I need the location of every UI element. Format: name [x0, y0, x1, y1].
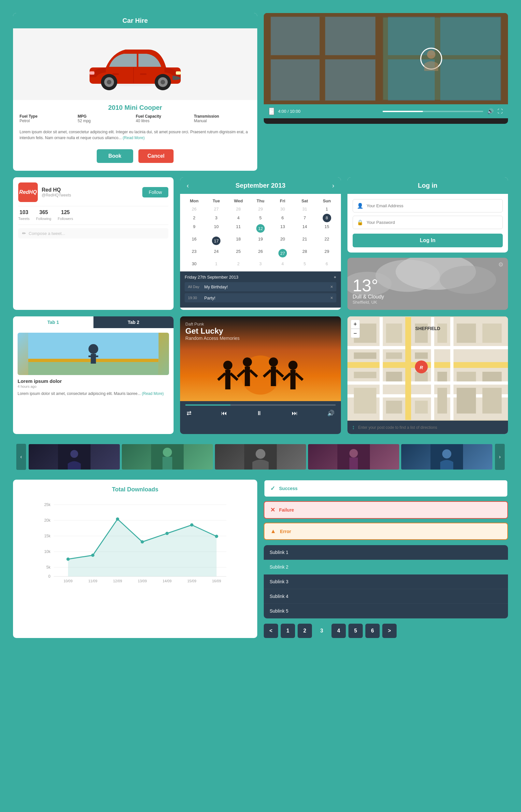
- cal-cell[interactable]: 9: [183, 222, 205, 235]
- pagination-next-button[interactable]: >: [382, 624, 397, 638]
- page-button-4[interactable]: 4: [332, 624, 346, 638]
- gallery-item-1[interactable]: [29, 444, 120, 469]
- gallery-item-4[interactable]: [308, 444, 399, 469]
- cal-cell[interactable]: 20: [272, 235, 293, 247]
- cal-cell[interactable]: 14: [294, 222, 316, 235]
- svg-text:0: 0: [48, 574, 50, 579]
- add-event-icon[interactable]: +: [334, 275, 336, 280]
- login-button[interactable]: Log In: [353, 234, 503, 247]
- page-button-1[interactable]: 1: [281, 624, 295, 638]
- cal-cell[interactable]: 3: [250, 259, 271, 268]
- gallery-item-5[interactable]: [401, 444, 492, 469]
- cal-cell[interactable]: 29: [316, 247, 338, 259]
- downloads-title: Total Downloads: [20, 486, 251, 493]
- book-button[interactable]: Book: [97, 149, 133, 163]
- cal-cell[interactable]: 2: [228, 259, 249, 268]
- page-button-5[interactable]: 5: [348, 624, 363, 638]
- cal-cell[interactable]: 13: [272, 222, 293, 235]
- event-close-2[interactable]: ×: [330, 295, 333, 301]
- email-input[interactable]: [367, 203, 499, 208]
- calendar-prev-button[interactable]: ‹: [187, 182, 189, 189]
- cal-cell[interactable]: 29: [250, 205, 271, 214]
- forward-button[interactable]: ⏭: [291, 409, 299, 418]
- cal-cell[interactable]: 1: [316, 205, 338, 214]
- page-button-3[interactable]: 3: [315, 624, 329, 638]
- gallery-next-button[interactable]: ›: [495, 444, 505, 470]
- cal-cell[interactable]: 11: [228, 222, 249, 235]
- cal-cell[interactable]: 22: [316, 235, 338, 247]
- sidebar-item-5[interactable]: Sublink 5: [264, 604, 508, 618]
- cal-cell[interactable]: 26: [183, 205, 205, 214]
- svg-rect-68: [456, 324, 476, 343]
- cal-cell[interactable]: 16: [183, 235, 205, 247]
- cal-cell[interactable]: 6: [272, 214, 293, 222]
- sidebar-item-1[interactable]: Sublink 1: [264, 545, 508, 560]
- cal-cell[interactable]: 4: [272, 259, 293, 268]
- cal-cell[interactable]: 28: [294, 247, 316, 259]
- event-close-1[interactable]: ×: [330, 284, 333, 289]
- cal-cell[interactable]: 26: [250, 247, 271, 259]
- password-input[interactable]: [367, 220, 499, 225]
- video-progress-bar[interactable]: [383, 111, 483, 112]
- page-button-6[interactable]: 6: [365, 624, 380, 638]
- cal-cell-today[interactable]: 12: [250, 222, 271, 235]
- follow-button[interactable]: Follow: [142, 187, 168, 197]
- gallery-prev-button[interactable]: ‹: [16, 444, 26, 470]
- cancel-button[interactable]: Cancel: [138, 149, 174, 163]
- rewind-button[interactable]: ⏮: [220, 409, 228, 418]
- play-button[interactable]: ▶: [269, 108, 274, 115]
- cal-cell[interactable]: 30: [183, 259, 205, 268]
- svg-point-5: [107, 80, 111, 84]
- gallery-item-3[interactable]: [215, 444, 306, 469]
- cal-cell-highlighted[interactable]: 8: [323, 214, 331, 222]
- cal-cell[interactable]: 18: [228, 235, 249, 247]
- cal-cell[interactable]: 10: [205, 222, 227, 235]
- cal-cell[interactable]: 1: [205, 259, 227, 268]
- tab-read-more[interactable]: (Read More): [142, 391, 164, 396]
- cal-cell[interactable]: 31: [294, 205, 316, 214]
- tab1-button[interactable]: Tab 1: [13, 316, 93, 328]
- cal-cell[interactable]: 3: [205, 214, 227, 222]
- cal-cell[interactable]: 28: [228, 205, 249, 214]
- calendar-next-button[interactable]: ›: [332, 182, 334, 189]
- zoom-in-button[interactable]: +: [351, 320, 360, 329]
- cal-cell[interactable]: 6: [316, 259, 338, 268]
- music-progress-bar[interactable]: [185, 404, 335, 406]
- sidebar-item-4[interactable]: Sublink 4: [264, 589, 508, 604]
- cal-cell[interactable]: 24: [205, 247, 227, 259]
- pause-button[interactable]: ⏸: [255, 409, 264, 418]
- cal-cell[interactable]: 5: [250, 214, 271, 222]
- cal-cell[interactable]: 2: [183, 214, 205, 222]
- cal-cell[interactable]: 19: [250, 235, 271, 247]
- read-more-link[interactable]: (Read More): [123, 135, 144, 140]
- settings-icon[interactable]: ⚙: [498, 261, 503, 268]
- cal-cell[interactable]: 30: [272, 205, 293, 214]
- pagination-prev-button[interactable]: <: [264, 624, 278, 638]
- sidebar-item-3[interactable]: Sublink 3: [264, 574, 508, 589]
- music-artwork: Daft Punk Get Lucky Random Access Memori…: [180, 316, 341, 401]
- cal-cell[interactable]: 7: [294, 214, 316, 222]
- svg-text:25k: 25k: [44, 502, 51, 507]
- music-volume-icon[interactable]: 🔊: [326, 408, 336, 418]
- cal-cell[interactable]: 21: [294, 235, 316, 247]
- user-icon: 👤: [357, 203, 363, 209]
- cal-cell[interactable]: 5: [294, 259, 316, 268]
- postcode-input[interactable]: [358, 425, 503, 430]
- volume-icon[interactable]: 🔊: [487, 108, 494, 114]
- cal-cell[interactable]: 27: [205, 205, 227, 214]
- page-button-2[interactable]: 2: [298, 624, 312, 638]
- cal-cell[interactable]: 23: [183, 247, 205, 259]
- tweet-compose[interactable]: ✏ Compose a tweet...: [18, 228, 168, 239]
- gallery-item-2[interactable]: [122, 444, 213, 469]
- cal-cell[interactable]: 4: [228, 214, 249, 222]
- sidebar-item-2[interactable]: Sublink 2: [264, 560, 508, 574]
- cal-cell[interactable]: 15: [316, 222, 338, 235]
- tab2-button[interactable]: Tab 2: [93, 316, 174, 328]
- cal-cell[interactable]: 25: [228, 247, 249, 259]
- shuffle-button[interactable]: ⇄: [185, 408, 193, 418]
- zoom-out-button[interactable]: −: [351, 329, 360, 338]
- event-item-1: All Day My Birthday! ×: [185, 282, 336, 291]
- fullscreen-icon[interactable]: ⛶: [498, 109, 503, 114]
- cal-cell-dark[interactable]: 17: [205, 235, 227, 247]
- cal-cell-selected[interactable]: 27: [272, 247, 293, 259]
